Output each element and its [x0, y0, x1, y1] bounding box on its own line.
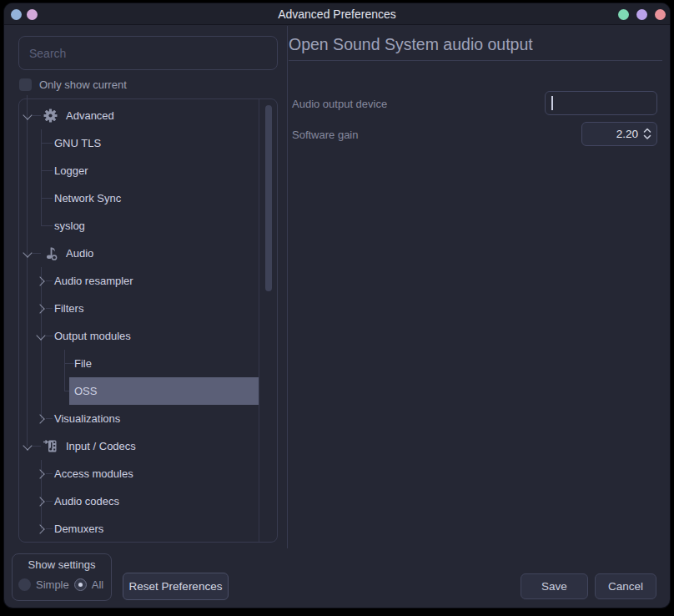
software-gain-value: 2.20: [616, 128, 638, 140]
tree-item-label: Audio codecs: [54, 495, 119, 507]
title-divider: [289, 60, 662, 61]
chevron-down-icon[interactable]: [38, 332, 44, 339]
chevron-right-icon[interactable]: [38, 470, 44, 477]
tree-item-label: syslog: [54, 220, 85, 232]
tree-item-gnu-tls[interactable]: GNU TLS: [19, 129, 259, 157]
tree-item-label: Audio: [66, 247, 93, 260]
panel-divider: [287, 26, 288, 548]
show-settings-radios: Simple All: [18, 578, 103, 591]
tree-item-label: Network Sync: [54, 192, 121, 204]
tree-item-audio[interactable]: Audio: [19, 240, 259, 267]
tree-item-filters[interactable]: Filters: [19, 295, 259, 322]
window-title: Advanced Preferences: [278, 8, 396, 21]
tree-item-visualizations[interactable]: Visualizations: [19, 405, 259, 432]
tree-item-logger[interactable]: Logger: [19, 157, 259, 184]
scrollbar-thumb[interactable]: [265, 105, 272, 291]
cancel-button[interactable]: Cancel: [595, 573, 656, 599]
radio-simple[interactable]: Simple: [18, 578, 69, 591]
tree-item-label: Demuxers: [54, 523, 103, 535]
tree-item-advanced[interactable]: Advanced: [19, 102, 259, 129]
gear-icon: [43, 108, 58, 124]
only-show-current-label: Only show current: [39, 78, 127, 91]
titlebar[interactable]: Advanced Preferences: [4, 3, 670, 25]
tree-item-label: Output modules: [54, 330, 131, 342]
titlebar-left-controls: [11, 3, 38, 25]
window-dot-blue-icon[interactable]: [11, 9, 22, 20]
radio-all-label: All: [92, 578, 103, 591]
input-codecs-icon: [43, 438, 58, 454]
scrollbar-track-divider: [259, 99, 259, 542]
only-show-current-checkbox[interactable]: [19, 78, 32, 91]
window-dot-pink-icon[interactable]: [27, 9, 38, 20]
tree-item-label: Visualizations: [54, 412, 120, 425]
preferences-window: Advanced Preferences Only show current: [4, 3, 670, 608]
tree-item-label: File: [74, 357, 92, 370]
tree-item-oss[interactable]: OSS: [19, 377, 259, 405]
audio-output-device-label: Audio output device: [292, 98, 387, 110]
tree-item-audio-codecs[interactable]: Audio codecs: [19, 487, 259, 515]
tree-item-label: Advanced: [66, 109, 114, 122]
show-settings-groupbox: Show settings Simple All: [12, 553, 112, 601]
tree-item-label: Access modules: [54, 467, 133, 480]
tree-item-demuxers[interactable]: Demuxers: [19, 515, 259, 543]
tree-item-input-codecs[interactable]: Input / Codecs: [19, 432, 259, 460]
window-dot-green-icon[interactable]: [618, 9, 629, 20]
tree-item-label: Logger: [54, 164, 88, 177]
tree-item-label: Filters: [54, 302, 83, 315]
tree-item-label: OSS: [74, 385, 97, 397]
tree-item-file[interactable]: File: [19, 350, 259, 377]
music-note-icon: [43, 245, 58, 261]
chevron-right-icon[interactable]: [38, 415, 44, 422]
search-input[interactable]: [18, 36, 278, 70]
show-settings-title: Show settings: [13, 558, 111, 571]
chevron-down-icon[interactable]: [24, 250, 31, 256]
preferences-tree: AdvancedGNU TLSLoggerNetwork SyncsyslogA…: [18, 98, 278, 543]
window-dot-purple-icon[interactable]: [636, 9, 647, 20]
reset-preferences-button[interactable]: Reset Preferences: [123, 573, 229, 600]
chevron-right-icon[interactable]: [38, 277, 44, 284]
tree-item-access-modules[interactable]: Access modules: [19, 460, 259, 487]
radio-all[interactable]: All: [74, 578, 103, 591]
text-cursor: [551, 96, 553, 110]
page-title: Open Sound System audio output: [289, 35, 533, 54]
spinner-arrows-icon[interactable]: [642, 126, 652, 142]
tree-item-label: GNU TLS: [54, 137, 101, 149]
tree-item-syslog[interactable]: syslog: [19, 212, 259, 240]
tree-item-audio-resampler[interactable]: Audio resampler: [19, 267, 259, 295]
software-gain-spinner[interactable]: 2.20: [581, 122, 657, 146]
radio-all-icon[interactable]: [74, 578, 87, 591]
save-button[interactable]: Save: [521, 573, 588, 599]
software-gain-label: Software gain: [292, 129, 359, 141]
window-dot-red-icon[interactable]: [655, 9, 666, 20]
chevron-right-icon[interactable]: [38, 497, 44, 504]
radio-simple-label: Simple: [36, 578, 69, 591]
tree-rows: AdvancedGNU TLSLoggerNetwork SyncsyslogA…: [19, 102, 259, 543]
chevron-right-icon[interactable]: [38, 525, 44, 532]
chevron-down-icon[interactable]: [24, 112, 31, 119]
tree-item-label: Audio resampler: [54, 275, 133, 287]
chevron-down-icon[interactable]: [24, 442, 31, 449]
radio-simple-icon[interactable]: [18, 578, 31, 591]
audio-output-device-input[interactable]: [545, 91, 657, 115]
chevron-right-icon[interactable]: [38, 305, 44, 311]
tree-item-network-sync[interactable]: Network Sync: [19, 184, 259, 212]
tree-item-output-modules[interactable]: Output modules: [19, 322, 259, 350]
titlebar-right-controls: [618, 3, 666, 25]
only-show-current-row[interactable]: Only show current: [19, 78, 127, 91]
tree-item-label: Input / Codecs: [66, 440, 136, 452]
